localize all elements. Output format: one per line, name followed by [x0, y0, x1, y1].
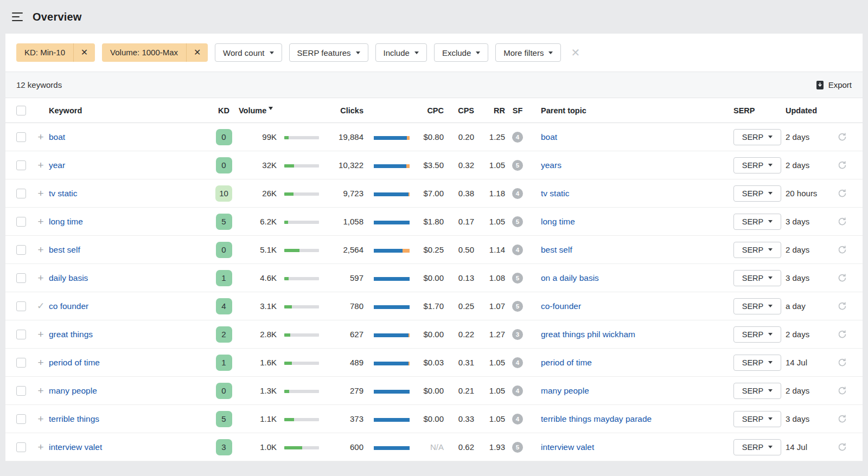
serp-button[interactable]: SERP: [733, 326, 781, 343]
col-kd[interactable]: KD: [209, 106, 239, 115]
parent-topic-link[interactable]: great things phil wickham: [541, 330, 635, 339]
serp-button[interactable]: SERP: [733, 242, 781, 258]
add-keyword-icon[interactable]: +: [37, 216, 43, 227]
col-cpc[interactable]: CPC: [410, 106, 444, 115]
volume-value: 99K: [239, 132, 277, 141]
serp-features-dropdown[interactable]: SERP features: [289, 43, 368, 62]
updated-value: 2 days: [786, 132, 838, 141]
parent-topic-link[interactable]: boat: [541, 132, 557, 141]
refresh-icon[interactable]: [838, 386, 863, 395]
word-count-dropdown[interactable]: Word count: [215, 43, 282, 62]
parent-topic-link[interactable]: best self: [541, 245, 572, 254]
keyword-link[interactable]: terrible things: [49, 414, 99, 423]
serp-button[interactable]: SERP: [733, 411, 781, 427]
row-checkbox[interactable]: [16, 189, 26, 198]
keyword-link[interactable]: interview valet: [49, 442, 102, 452]
keyword-link[interactable]: year: [49, 160, 65, 170]
row-checkbox[interactable]: [16, 245, 26, 255]
col-sf[interactable]: SF: [505, 106, 530, 115]
keyword-link[interactable]: daily basis: [49, 273, 88, 282]
serp-button[interactable]: SERP: [733, 298, 781, 314]
row-checkbox[interactable]: [16, 132, 26, 142]
refresh-icon[interactable]: [838, 442, 863, 452]
col-cps[interactable]: CPS: [444, 106, 474, 115]
table-row: + ✓ great things 2 2.8K 627 $0.00 0.22 1…: [5, 320, 863, 349]
row-checkbox[interactable]: [16, 386, 26, 396]
export-button[interactable]: Export: [816, 80, 852, 90]
parent-topic-link[interactable]: tv static: [541, 189, 570, 198]
refresh-icon[interactable]: [838, 301, 863, 311]
add-keyword-icon[interactable]: +: [37, 413, 43, 424]
add-keyword-icon[interactable]: +: [37, 272, 43, 284]
col-clicks[interactable]: Clicks: [323, 106, 363, 115]
row-checkbox[interactable]: [16, 217, 26, 227]
refresh-icon[interactable]: [838, 358, 863, 367]
add-keyword-icon[interactable]: +: [37, 385, 43, 396]
row-checkbox[interactable]: [16, 358, 26, 368]
refresh-icon[interactable]: [838, 273, 863, 282]
keyword-link[interactable]: many people: [49, 386, 97, 395]
parent-topic-link[interactable]: on a daily basis: [541, 273, 599, 282]
add-keyword-icon[interactable]: +: [37, 441, 43, 453]
hamburger-menu-icon[interactable]: [12, 12, 23, 21]
refresh-icon[interactable]: [838, 330, 863, 339]
col-volume[interactable]: Volume: [239, 106, 277, 115]
parent-topic-link[interactable]: period of time: [541, 358, 592, 367]
keyword-link[interactable]: tv static: [49, 189, 78, 198]
refresh-icon[interactable]: [838, 132, 863, 141]
serp-button[interactable]: SERP: [733, 157, 781, 173]
row-checkbox[interactable]: [16, 330, 26, 339]
row-checkbox[interactable]: [16, 301, 26, 311]
include-dropdown[interactable]: Include: [375, 43, 427, 62]
add-keyword-icon[interactable]: +: [37, 244, 43, 255]
refresh-icon[interactable]: [838, 160, 863, 170]
chevron-down-icon: [270, 52, 274, 54]
top-bar: Overview: [0, 0, 868, 34]
keyword-link[interactable]: great things: [49, 330, 93, 339]
volume-value: 3.1K: [239, 301, 277, 311]
col-rr[interactable]: RR: [474, 106, 505, 115]
serp-button[interactable]: SERP: [733, 383, 781, 399]
parent-topic-link[interactable]: co-founder: [541, 301, 581, 311]
keyword-link[interactable]: long time: [49, 217, 83, 226]
add-keyword-icon[interactable]: +: [37, 188, 43, 199]
keyword-link[interactable]: co founder: [49, 301, 88, 311]
keyword-link[interactable]: best self: [49, 245, 80, 254]
row-checkbox[interactable]: [16, 414, 26, 424]
keyword-link[interactable]: boat: [49, 132, 65, 141]
refresh-icon[interactable]: [838, 414, 863, 423]
select-all-checkbox[interactable]: [16, 106, 26, 115]
serp-button[interactable]: SERP: [733, 270, 781, 286]
cpc-value: $0.00: [410, 330, 444, 339]
parent-topic-link[interactable]: terrible things mayday parade: [541, 414, 652, 423]
add-keyword-icon[interactable]: +: [37, 131, 43, 143]
serp-button[interactable]: SERP: [733, 355, 781, 371]
row-checkbox[interactable]: [16, 160, 26, 170]
col-parent-topic[interactable]: Parent topic: [530, 106, 729, 115]
row-checkbox[interactable]: [16, 442, 26, 452]
parent-topic-link[interactable]: years: [541, 160, 561, 170]
serp-button[interactable]: SERP: [733, 185, 781, 202]
parent-topic-link[interactable]: many people: [541, 386, 589, 395]
col-keyword[interactable]: Keyword: [49, 106, 209, 115]
clear-all-filters-icon[interactable]: ✕: [571, 47, 580, 58]
serp-button[interactable]: SERP: [733, 214, 781, 230]
more-filters-dropdown[interactable]: More filters: [495, 43, 561, 62]
keyword-link[interactable]: period of time: [49, 358, 100, 367]
parent-topic-link[interactable]: interview valet: [541, 442, 594, 452]
row-checkbox[interactable]: [16, 273, 26, 283]
refresh-icon[interactable]: [838, 189, 863, 198]
volume-bar: [284, 277, 319, 280]
clicks-bar: [374, 277, 410, 281]
parent-topic-link[interactable]: long time: [541, 217, 575, 226]
serp-button[interactable]: SERP: [733, 439, 781, 455]
add-keyword-icon[interactable]: +: [37, 329, 43, 340]
refresh-icon[interactable]: [838, 217, 863, 226]
refresh-icon[interactable]: [838, 245, 863, 254]
serp-button[interactable]: SERP: [733, 129, 781, 145]
remove-filter-icon[interactable]: ✕: [73, 43, 95, 62]
remove-filter-icon[interactable]: ✕: [186, 43, 208, 62]
add-keyword-icon[interactable]: +: [37, 159, 43, 171]
exclude-dropdown[interactable]: Exclude: [434, 43, 488, 62]
add-keyword-icon[interactable]: +: [37, 357, 43, 368]
